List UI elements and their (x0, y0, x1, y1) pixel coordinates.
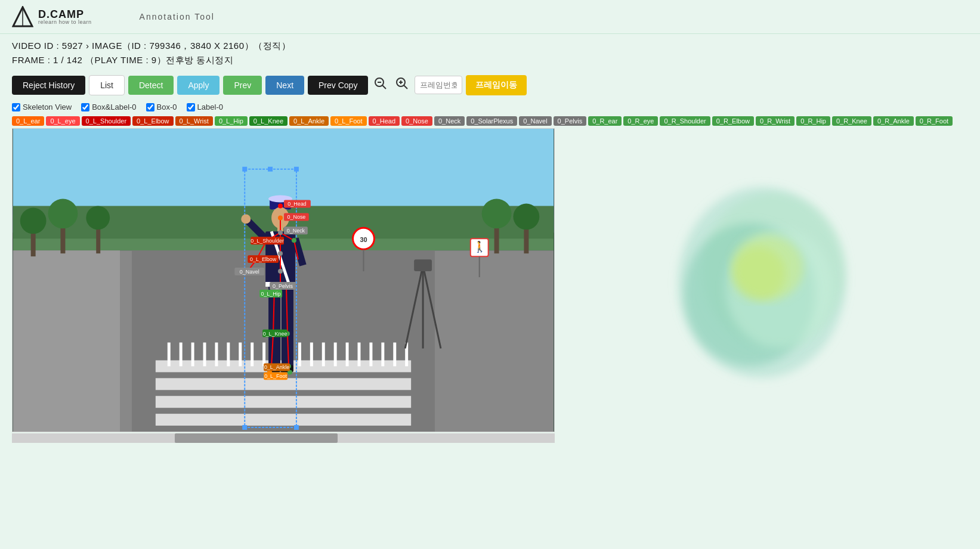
svg-text:0_Nose: 0_Nose (287, 214, 305, 220)
scrollbar-thumb[interactable] (175, 433, 338, 443)
label-tag[interactable]: 0_SolarPlexus (466, 116, 517, 126)
svg-point-55 (86, 206, 110, 229)
label-tag[interactable]: 0_L_Knee (249, 116, 287, 126)
svg-point-57 (482, 199, 512, 229)
box-checkbox[interactable]: Box-0 (146, 103, 177, 111)
label-tag[interactable]: 0_L_Hip (215, 116, 248, 126)
label-tag[interactable]: 0_R_eye (623, 116, 658, 126)
label-tag[interactable]: 0_Neck (434, 116, 465, 126)
frame-number-input[interactable] (415, 76, 462, 94)
reject-history-button[interactable]: Reject History (12, 76, 85, 95)
label-tag[interactable]: 0_L_Foot (330, 116, 366, 126)
annotation-image[interactable]: 🚶 30 (12, 128, 555, 432)
zoom-out-icon (374, 77, 387, 90)
frame-info-line2: FRAME : 1 / 142 （PLAY TIME : 9）전후방 동시정지 (12, 53, 968, 67)
svg-rect-32 (322, 343, 325, 367)
svg-point-140 (732, 247, 786, 300)
svg-rect-33 (334, 343, 337, 367)
label-tag[interactable]: 0_L_ear (12, 116, 44, 126)
canvas-area: 🚶 30 (12, 128, 555, 443)
svg-rect-20 (180, 343, 183, 367)
label-checkbox[interactable]: Label-0 (187, 103, 223, 111)
box-label-checkbox[interactable]: Box&Label-0 (81, 103, 136, 111)
svg-rect-22 (203, 343, 206, 367)
svg-rect-62 (294, 167, 299, 172)
svg-text:0_L_Ankle: 0_L_Ankle (264, 364, 289, 370)
label-tag[interactable]: 0_R_Shoulder (660, 116, 710, 126)
svg-rect-26 (251, 343, 253, 367)
svg-rect-25 (239, 343, 242, 367)
label-tag[interactable]: 0_R_Elbow (712, 116, 754, 126)
svg-text:0_Head: 0_Head (287, 201, 306, 207)
svg-rect-24 (227, 343, 230, 367)
svg-point-99 (292, 238, 296, 243)
svg-rect-61 (242, 167, 247, 172)
skeleton-view-checkbox[interactable]: Skeleton View (12, 103, 72, 111)
label-tag[interactable]: 0_L_Shoulder (82, 116, 131, 126)
list-button[interactable]: List (89, 75, 125, 95)
label-tag[interactable]: 0_L_Ankle (289, 116, 329, 126)
label-tag[interactable]: 0_R_Foot (916, 116, 953, 126)
svg-text:30: 30 (360, 236, 367, 243)
main-content: 🚶 30 (0, 128, 980, 455)
toolbar: Reject History List Detect Apply Prev Ne… (0, 70, 980, 100)
watercolor-map (654, 175, 869, 396)
svg-point-96 (278, 215, 283, 220)
prev-button[interactable]: Prev (223, 76, 262, 95)
detect-button[interactable]: Detect (128, 76, 174, 95)
svg-text:0_L_Knee: 0_L_Knee (263, 331, 287, 337)
logo-sub: relearn how to learn (38, 20, 92, 25)
side-panel (555, 128, 968, 443)
next-button[interactable]: Next (265, 76, 304, 95)
label-tag[interactable]: 0_Head (369, 116, 400, 126)
svg-text:0_Pelvis: 0_Pelvis (273, 283, 293, 289)
zoom-out-button[interactable] (372, 75, 389, 95)
svg-rect-43 (414, 259, 432, 271)
apply-button[interactable]: Apply (177, 76, 220, 95)
svg-rect-34 (346, 343, 349, 367)
svg-line-4 (382, 85, 386, 89)
svg-rect-14 (13, 250, 120, 432)
label-tag[interactable]: 0_Pelvis (554, 116, 587, 126)
svg-rect-38 (393, 343, 396, 367)
svg-point-53 (48, 199, 78, 229)
svg-point-95 (278, 204, 283, 209)
prev-copy-button[interactable]: Prev Copy (308, 76, 368, 95)
svg-point-74 (241, 214, 251, 224)
svg-rect-21 (191, 343, 194, 367)
label-tag[interactable]: 0_L_Elbow (132, 116, 173, 126)
zoom-in-button[interactable] (393, 75, 411, 95)
svg-rect-27 (262, 343, 265, 367)
svg-rect-31 (310, 343, 313, 367)
frame-move-button[interactable]: 프레임이동 (466, 75, 527, 95)
svg-text:0_L_Shoulder: 0_L_Shoulder (251, 238, 284, 244)
label-tag[interactable]: 0_R_Hip (796, 116, 830, 126)
svg-rect-63 (242, 425, 247, 430)
label-tag[interactable]: 0_Navel (519, 116, 551, 126)
scene-svg: 🚶 30 (13, 129, 554, 432)
svg-point-51 (20, 207, 47, 234)
info-bar: VIDEO ID : 5927 › IMAGE（ID : 799346，3840… (0, 34, 980, 70)
svg-rect-23 (215, 343, 218, 367)
annotation-tool-label: Annotation Tool (140, 12, 215, 21)
svg-rect-35 (358, 343, 361, 367)
label-tag[interactable]: 0_Nose (401, 116, 432, 126)
svg-line-8 (404, 85, 407, 89)
image-scrollbar[interactable] (12, 433, 555, 443)
label-tag[interactable]: 0_L_eye (46, 116, 79, 126)
svg-text:0_Navel: 0_Navel (240, 269, 259, 275)
svg-rect-18 (156, 414, 411, 426)
zoom-in-icon (395, 77, 409, 90)
svg-rect-37 (381, 343, 384, 367)
label-tag[interactable]: 0_R_Wrist (756, 116, 794, 126)
label-tag[interactable]: 0_R_ear (588, 116, 622, 126)
labels-row: 0_L_ear0_L_eye0_L_Shoulder0_L_Elbow0_L_W… (0, 114, 980, 128)
svg-point-59 (513, 204, 539, 230)
svg-point-97 (278, 230, 283, 235)
logo-icon (12, 6, 33, 27)
label-tag[interactable]: 0_R_Ankle (873, 116, 914, 126)
label-tag[interactable]: 0_R_Knee (832, 116, 871, 126)
label-tag[interactable]: 0_L_Wrist (175, 116, 213, 126)
svg-rect-65 (268, 167, 273, 172)
svg-rect-64 (294, 425, 299, 430)
